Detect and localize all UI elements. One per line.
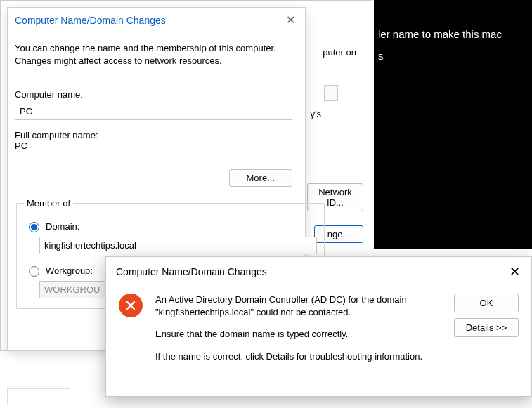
- domain-input[interactable]: [39, 237, 317, 254]
- member-of-legend: Member of: [24, 198, 73, 209]
- error-icon: [119, 294, 143, 317]
- dialog-title: Computer Name/Domain Changes: [15, 15, 166, 26]
- details-button[interactable]: Details >>: [454, 318, 519, 337]
- error-message-1: An Active Directory Domain Controller (A…: [155, 294, 443, 318]
- error-message-3: If the name is correct, click Details fo…: [155, 350, 443, 363]
- computer-name-input[interactable]: [15, 103, 292, 120]
- full-computer-name-label: Full computer name:: [15, 130, 298, 140]
- info-panel-dark: ler name to make this mac s: [374, 0, 532, 249]
- domain-radio[interactable]: [29, 222, 39, 232]
- close-icon[interactable]: ✕: [507, 264, 523, 279]
- tab-stub: [7, 388, 70, 404]
- full-computer-name-value: PC: [15, 140, 298, 151]
- sysprop-desc-input-frag: [324, 85, 338, 101]
- error-message-2: Ensure that the domain name is typed cor…: [155, 328, 443, 341]
- more-button[interactable]: More...: [229, 169, 292, 187]
- info-line-2: s: [378, 50, 528, 62]
- sysprop-desc-frag-2: y's: [311, 109, 321, 119]
- dialog-description: You can change the name and the membersh…: [15, 42, 298, 67]
- close-icon[interactable]: ✕: [283, 13, 298, 27]
- info-line-1: ler name to make this mac: [378, 28, 528, 40]
- domain-radio-label: Domain:: [46, 221, 79, 232]
- ok-button[interactable]: OK: [454, 294, 519, 312]
- error-dialog: Computer Name/Domain Changes ✕ An Active…: [105, 256, 532, 397]
- error-dialog-title: Computer Name/Domain Changes: [116, 266, 267, 277]
- workgroup-radio-label: Workgroup:: [46, 265, 93, 276]
- sysprop-desc-frag-1: puter on: [323, 47, 356, 58]
- workgroup-radio[interactable]: [29, 266, 39, 277]
- computer-name-label: Computer name:: [15, 89, 298, 100]
